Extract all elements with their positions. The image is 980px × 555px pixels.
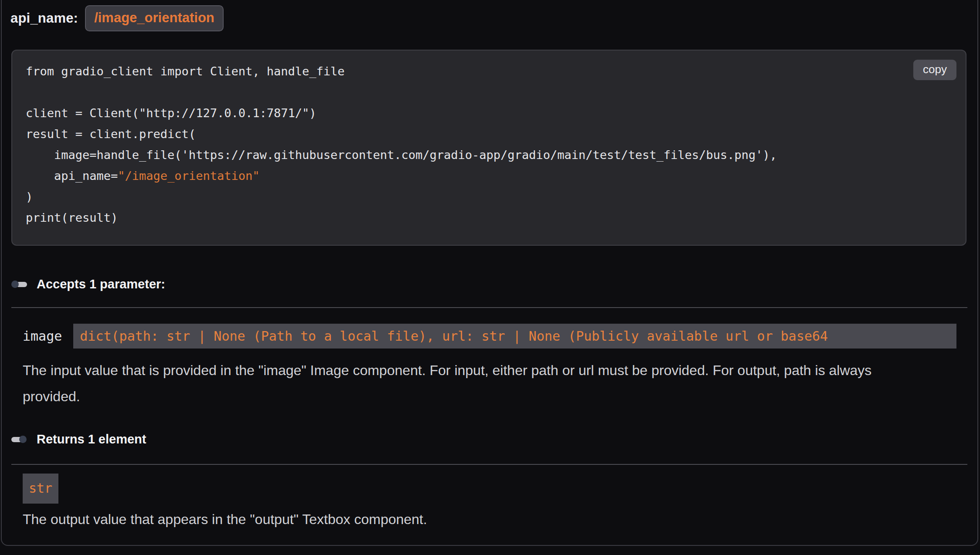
divider — [11, 464, 967, 465]
accepts-heading-label: Accepts 1 parameter: — [37, 277, 165, 291]
returns-heading: Returns 1 element — [11, 432, 977, 447]
code-content[interactable]: from gradio_client import Client, handle… — [12, 51, 966, 228]
accepts-heading: Accepts 1 parameter: — [11, 277, 977, 291]
api-name-label: api_name: — [10, 10, 78, 26]
parameter-row: image dict(path: str | None (Path to a l… — [23, 324, 956, 349]
parameter-type-badge: dict(path: str | None (Path to a local f… — [73, 324, 956, 349]
input-toggle-icon — [11, 281, 27, 288]
endpoint-name-badge: /image_orientation — [85, 5, 224, 31]
return-description: The output value that appears in the "ou… — [23, 506, 977, 532]
parameter-name: image — [23, 328, 62, 344]
output-toggle-icon — [11, 436, 27, 443]
code-block: from gradio_client import Client, handle… — [11, 50, 966, 246]
returns-heading-label: Returns 1 element — [37, 432, 146, 447]
return-type-badge: str — [23, 474, 58, 504]
endpoint-header: api_name: /image_orientation — [10, 5, 977, 31]
parameter-description: The input value that is provided in the … — [23, 357, 899, 409]
divider — [11, 307, 967, 308]
copy-button[interactable]: copy — [913, 60, 956, 80]
api-endpoint-card: api_name: /image_orientation from gradio… — [1, 0, 978, 546]
